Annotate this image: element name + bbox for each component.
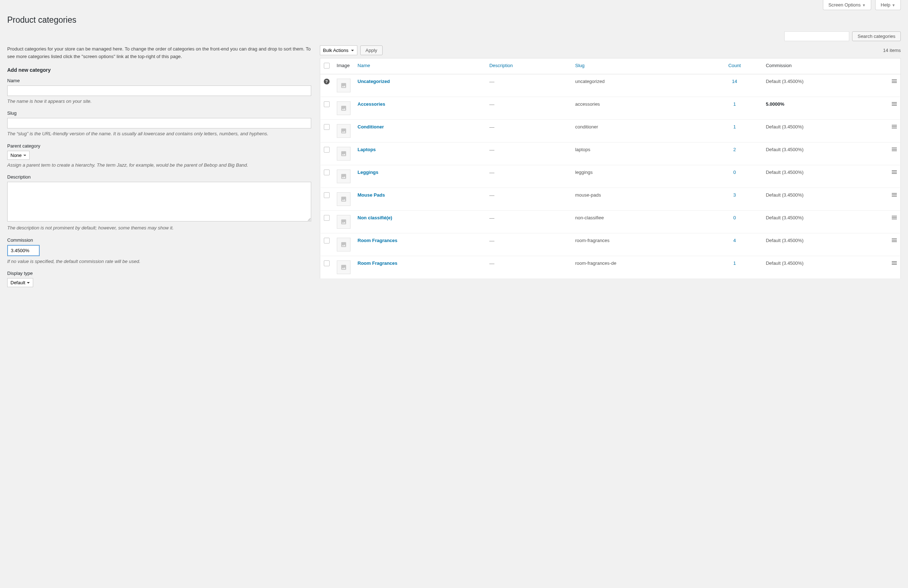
- description-field: Description The description is not promi…: [7, 174, 311, 232]
- table-row: Room Fragrances—room-fragrances-de1Defau…: [320, 256, 900, 279]
- intro-text: Product categories for your store can be…: [7, 45, 311, 61]
- name-desc: The name is how it appears on your site.: [7, 98, 311, 105]
- placeholder-image-icon: [337, 192, 351, 206]
- description-textarea[interactable]: [7, 182, 311, 221]
- placeholder-image-icon: [337, 215, 351, 229]
- commission-cell: Default (3.4500%): [762, 256, 888, 279]
- table-row: Accessories—accessories15.0000%: [320, 97, 900, 120]
- help-button[interactable]: Help▼: [875, 0, 901, 10]
- row-checkbox[interactable]: [324, 169, 330, 175]
- help-icon[interactable]: ?: [324, 79, 330, 84]
- category-name-link[interactable]: Uncategorized: [358, 79, 390, 84]
- search-button[interactable]: Search categories: [852, 31, 901, 41]
- row-checkbox[interactable]: [324, 147, 330, 153]
- categories-table: Image Name Description Slug Count Commis…: [320, 58, 901, 279]
- slug-cell: room-fragrances: [572, 234, 707, 256]
- right-column: Bulk Actions Apply 14 items Image Name D…: [320, 45, 901, 279]
- count-link[interactable]: 14: [732, 79, 737, 84]
- description-empty: —: [489, 238, 494, 243]
- category-name-link[interactable]: Room Fragrances: [358, 238, 398, 243]
- search-input[interactable]: [784, 31, 849, 41]
- col-count[interactable]: Count: [707, 58, 762, 74]
- category-name-link[interactable]: Accessories: [358, 101, 385, 107]
- commission-input[interactable]: [7, 245, 40, 256]
- placeholder-image-icon: [337, 261, 351, 274]
- row-checkbox[interactable]: [324, 261, 330, 266]
- description-label: Description: [7, 174, 311, 180]
- col-name[interactable]: Name: [354, 58, 486, 74]
- display-type-label: Display type: [7, 271, 311, 276]
- count-link[interactable]: 0: [733, 215, 736, 221]
- slug-cell: room-fragrances-de: [572, 256, 707, 279]
- slug-cell: mouse-pads: [572, 188, 707, 211]
- row-checkbox[interactable]: [324, 238, 330, 243]
- row-toggle-icon[interactable]: [892, 124, 897, 129]
- parent-desc: Assign a parent term to create a hierarc…: [7, 162, 311, 169]
- category-name-link[interactable]: Conditioner: [358, 124, 384, 129]
- count-link[interactable]: 1: [733, 124, 736, 129]
- row-checkbox[interactable]: [324, 215, 330, 221]
- row-toggle-icon[interactable]: [892, 192, 897, 197]
- screen-options-button[interactable]: Screen Options▼: [823, 0, 871, 10]
- row-toggle-icon[interactable]: [892, 238, 897, 243]
- category-name-link[interactable]: Leggings: [358, 169, 378, 175]
- category-name-link[interactable]: Mouse Pads: [358, 192, 385, 198]
- description-empty: —: [489, 215, 494, 221]
- category-name-link[interactable]: Laptops: [358, 147, 376, 152]
- display-type-field: Display type Default: [7, 271, 311, 287]
- display-type-select[interactable]: Default: [7, 278, 33, 287]
- table-row: Mouse Pads—mouse-pads3Default (3.4500%): [320, 188, 900, 211]
- slug-cell: accessories: [572, 97, 707, 120]
- commission-cell: Default (3.4500%): [762, 74, 888, 97]
- count-link[interactable]: 2: [733, 147, 736, 152]
- slug-label: Slug: [7, 110, 311, 116]
- table-row: Non classifié(e)—non-classifiee0Default …: [320, 211, 900, 234]
- slug-cell: uncategorized: [572, 74, 707, 97]
- name-label: Name: [7, 78, 311, 83]
- parent-select[interactable]: None: [7, 151, 30, 160]
- add-category-heading: Add new category: [7, 67, 311, 73]
- category-name-link[interactable]: Room Fragrances: [358, 261, 398, 266]
- row-toggle-icon[interactable]: [892, 79, 897, 84]
- commission-label: Commission: [7, 237, 311, 243]
- description-empty: —: [489, 101, 494, 107]
- row-checkbox[interactable]: [324, 124, 330, 130]
- apply-button[interactable]: Apply: [360, 45, 383, 55]
- row-toggle-icon[interactable]: [892, 101, 897, 106]
- col-slug[interactable]: Slug: [572, 58, 707, 74]
- parent-field: Parent category None Assign a parent ter…: [7, 143, 311, 169]
- commission-cell: Default (3.4500%): [762, 188, 888, 211]
- bulk-actions-select[interactable]: Bulk Actions: [320, 45, 357, 55]
- description-empty: —: [489, 147, 494, 153]
- col-commission: Commission: [762, 58, 888, 74]
- row-checkbox[interactable]: [324, 192, 330, 198]
- row-toggle-icon[interactable]: [892, 215, 897, 220]
- slug-cell: non-classifiee: [572, 211, 707, 234]
- count-link[interactable]: 3: [733, 192, 736, 198]
- table-row: ?Uncategorized—uncategorized14Default (3…: [320, 74, 900, 97]
- category-name-link[interactable]: Non classifié(e): [358, 215, 392, 221]
- row-toggle-icon[interactable]: [892, 169, 897, 175]
- slug-input[interactable]: [7, 118, 311, 129]
- tablenav-top: Bulk Actions Apply 14 items: [320, 45, 901, 55]
- description-empty: —: [489, 261, 494, 266]
- row-toggle-icon[interactable]: [892, 261, 897, 266]
- screen-meta: Screen Options▼ Help▼: [7, 0, 901, 10]
- slug-cell: leggings: [572, 165, 707, 188]
- parent-label: Parent category: [7, 143, 311, 149]
- slug-field: Slug The “slug” is the URL-friendly vers…: [7, 110, 311, 137]
- name-field: Name The name is how it appears on your …: [7, 78, 311, 105]
- row-toggle-icon[interactable]: [892, 147, 897, 152]
- select-all-checkbox[interactable]: [324, 63, 330, 69]
- slug-cell: laptops: [572, 142, 707, 165]
- placeholder-image-icon: [337, 147, 351, 161]
- count-link[interactable]: 0: [733, 169, 736, 175]
- col-description[interactable]: Description: [486, 58, 572, 74]
- count-link[interactable]: 1: [733, 101, 736, 107]
- caret-down-icon: ▼: [862, 3, 866, 7]
- row-checkbox[interactable]: [324, 101, 330, 107]
- name-input[interactable]: [7, 85, 311, 96]
- count-link[interactable]: 4: [733, 238, 736, 243]
- table-row: Conditioner—conditioner1Default (3.4500%…: [320, 120, 900, 142]
- count-link[interactable]: 1: [733, 261, 736, 266]
